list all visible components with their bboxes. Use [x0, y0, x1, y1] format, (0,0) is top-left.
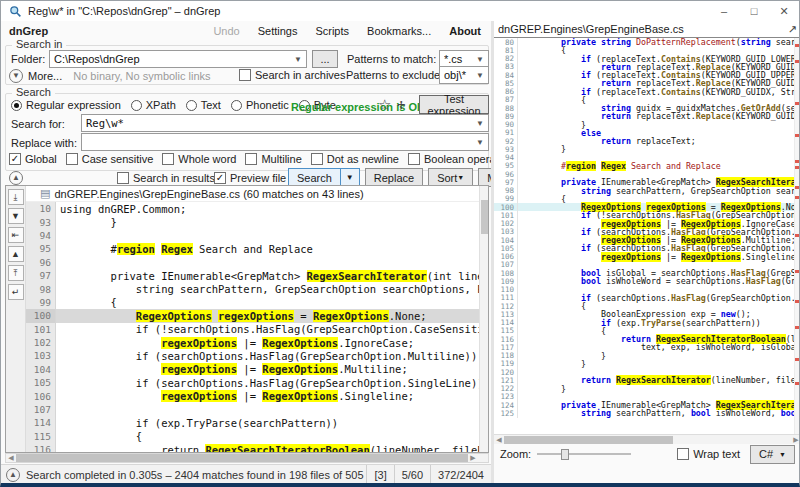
preview-code-area[interactable]: 80 private string DoPatternReplacement(s… — [494, 38, 800, 434]
radio-dot[interactable] — [231, 100, 242, 111]
option-checkbox-whole-word[interactable]: Whole word — [162, 153, 236, 165]
checkbox-box[interactable]: ✓ — [9, 153, 21, 165]
wrap-lines-button[interactable]: ↵ — [8, 284, 24, 300]
result-line[interactable]: 10using dnGREP.Common; — [26, 202, 479, 215]
menu-item-bookmarks[interactable]: Bookmarks... — [367, 25, 431, 37]
scrollbar-thumb[interactable] — [481, 200, 488, 234]
checkbox-box[interactable] — [311, 153, 323, 165]
preview-line[interactable]: 109 bool isWholeWord = searchOptions.Has… — [494, 277, 800, 285]
result-line[interactable]: 115 { — [26, 430, 479, 443]
result-line[interactable]: 98 string searchPattern, GrepSearchOptio… — [26, 282, 479, 295]
mode-radio-phonetic[interactable]: Phonetic — [231, 99, 289, 111]
results-tree[interactable]: ▤ dnGREP.Engines\GrepEngineBase.cs (60 m… — [26, 186, 479, 452]
more-label[interactable]: More... — [28, 70, 62, 82]
scroll-right-icon[interactable]: ▶ — [791, 436, 800, 444]
scroll-left-icon[interactable]: ◀ — [494, 436, 504, 444]
zoom-slider[interactable] — [537, 447, 631, 461]
next-match-button[interactable]: ⤓ — [8, 189, 24, 205]
result-line[interactable]: 96 — [26, 256, 479, 269]
menu-item-scripts[interactable]: Scripts — [315, 25, 349, 37]
more-expander-icon[interactable]: ▼ — [9, 69, 23, 83]
chevron-down-icon[interactable]: ▼ — [476, 55, 484, 64]
preview-line[interactable]: 125 string searchPattern, bool isWholeWo… — [494, 409, 800, 417]
result-line[interactable]: 100 RegexOptions regexOptions = RegexOpt… — [26, 309, 479, 322]
add-bookmark-icon[interactable]: 🕂 — [397, 96, 405, 113]
result-line[interactable]: 99 { — [26, 296, 479, 309]
preview-line[interactable]: 93 } — [494, 145, 800, 153]
checkbox-box[interactable] — [117, 172, 129, 184]
result-line[interactable]: 102 regexOptions |= RegexOptions.IgnoreC… — [26, 336, 479, 349]
slider-thumb[interactable] — [561, 449, 569, 460]
mode-radio-xpath[interactable]: XPath — [131, 99, 176, 111]
scrollbar-thumb[interactable] — [504, 436, 673, 444]
result-line[interactable]: 105 if (searchOptions.HasFlag(GrepSearch… — [26, 376, 479, 389]
results-vertical-scrollbar[interactable] — [479, 186, 488, 452]
result-line[interactable]: 101 if (!searchOptions.HasFlag(GrepSearc… — [26, 323, 479, 336]
preview-line[interactable]: 95 #region Regex Search and Replace — [494, 162, 800, 170]
result-line[interactable]: 107 — [26, 403, 479, 416]
mode-radio-regular-expression[interactable]: Regular expression — [11, 99, 121, 111]
search-in-results-checkbox[interactable]: Search in results — [117, 172, 215, 184]
checkbox-box[interactable] — [245, 153, 257, 165]
close-button[interactable]: ✕ — [769, 2, 799, 21]
status-expander-icon[interactable]: ▲ — [6, 468, 20, 482]
previous-file-button[interactable]: ▲ — [8, 246, 24, 262]
preview-file-checkbox[interactable]: ✓ Preview file — [214, 172, 286, 184]
next-file-button[interactable]: ▼ — [8, 208, 24, 224]
result-line[interactable]: 116 return RegexSearchIteratorBoolean(li… — [26, 443, 479, 452]
scroll-right-icon[interactable]: ▶ — [468, 454, 478, 462]
result-line[interactable]: 94 — [26, 229, 479, 242]
option-checkbox-global[interactable]: ✓Global — [9, 153, 57, 165]
menu-item-undo[interactable]: Undo — [213, 25, 239, 37]
option-checkbox-case-sensitive[interactable]: Case sensitive — [66, 153, 154, 165]
previous-match-button[interactable]: ⤒ — [8, 265, 24, 281]
collapse-button[interactable]: ⇤ — [8, 227, 24, 243]
radio-dot[interactable] — [186, 100, 197, 111]
maximize-button[interactable]: □ — [739, 2, 769, 21]
checkbox-box[interactable] — [408, 153, 420, 165]
replace-with-input[interactable]: ▼ — [81, 133, 489, 151]
option-checkbox-dot-as-newline[interactable]: Dot as newline — [311, 153, 399, 165]
bookmark-star-icon[interactable]: ☆ — [378, 96, 391, 114]
checkbox-box[interactable] — [677, 448, 689, 460]
chevron-down-icon[interactable]: ▼ — [476, 138, 484, 147]
radio-dot[interactable] — [11, 100, 22, 111]
patterns-exclude-combobox[interactable]: obj\* ▼ — [439, 66, 489, 84]
result-line[interactable]: 103 if (searchOptions.HasFlag(GrepSearch… — [26, 349, 479, 362]
chevron-down-icon[interactable]: ▼ — [457, 174, 464, 181]
checkbox-box[interactable] — [162, 153, 174, 165]
results-horizontal-scrollbar[interactable]: ◀ ▶ — [5, 453, 489, 463]
result-line[interactable]: 106 regexOptions |= RegexOptions.Singlel… — [26, 389, 479, 402]
checkbox-box[interactable] — [66, 153, 78, 165]
preview-horizontal-scrollbar[interactable]: ◀ ▶ — [494, 434, 800, 444]
test-expression-button[interactable]: Test expression — [419, 95, 489, 114]
result-line[interactable]: 95 #region Regex Search and Replace — [26, 242, 479, 255]
chevron-down-icon[interactable]: ▼ — [476, 71, 484, 80]
wrap-text-checkbox[interactable]: Wrap text — [677, 448, 740, 460]
menu-item-about[interactable]: About — [449, 25, 481, 37]
checkbox-box[interactable] — [239, 69, 251, 81]
result-file-header[interactable]: ▤ dnGREP.Engines\GrepEngineBase.cs (60 m… — [26, 186, 479, 202]
syntax-select[interactable]: C# ▼ — [750, 445, 795, 464]
result-line[interactable]: 114 if (exp.TryParse(searchPattern)) — [26, 416, 479, 429]
search-in-archives-checkbox[interactable]: Search in archives — [239, 69, 346, 81]
minimize-button[interactable]: – — [709, 2, 739, 21]
result-line[interactable]: 93 } — [26, 215, 479, 228]
menu-item-settings[interactable]: Settings — [258, 25, 298, 37]
result-line[interactable]: 104 regexOptions |= RegexOptions.Multili… — [26, 363, 479, 376]
radio-dot[interactable] — [131, 100, 142, 111]
preview-line[interactable]: 119 } — [494, 360, 800, 368]
chevron-down-icon[interactable]: ▼ — [476, 119, 484, 128]
popout-icon[interactable]: ↗ — [788, 23, 797, 36]
scrollbar-thumb[interactable] — [16, 454, 468, 462]
preview-line[interactable]: 122 } — [494, 385, 800, 393]
browse-folder-button[interactable]: ... — [312, 50, 338, 68]
collapse-options-icon[interactable]: ▲ — [9, 171, 23, 185]
chevron-down-icon[interactable]: ▼ — [294, 55, 302, 64]
result-line[interactable]: 97 private IEnumerable<GrepMatch> RegexS… — [26, 269, 479, 282]
mode-radio-text[interactable]: Text — [186, 99, 221, 111]
folder-combobox[interactable]: C:\Repos\dnGrep ▼ — [49, 50, 307, 68]
search-for-input[interactable]: Reg\w* ▼ — [81, 114, 489, 132]
checkbox-box[interactable]: ✓ — [214, 172, 226, 184]
preview-line[interactable]: 106 regexOptions |= RegexOptions.Singlel… — [494, 253, 800, 261]
